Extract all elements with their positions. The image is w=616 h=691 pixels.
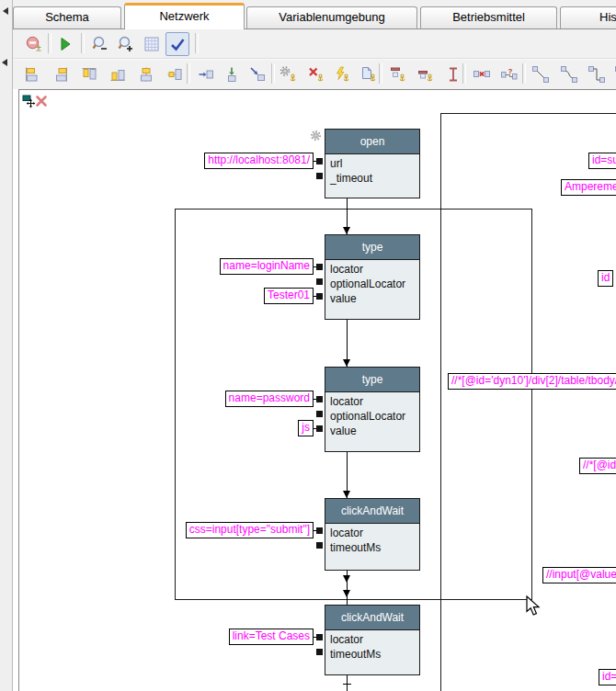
tab-schema[interactable]: Schema: [13, 6, 121, 28]
tab-variablenumgebung[interactable]: Variablenumgebung: [246, 6, 417, 28]
edge-elbow-button[interactable]: [585, 62, 609, 86]
gear-icon[interactable]: [310, 130, 322, 144]
delete-anchor-button[interactable]: [304, 62, 328, 86]
left-splitter-strip[interactable]: [0, 0, 13, 691]
arrowhead: [343, 359, 350, 367]
floating-value-label[interactable]: id=: [599, 669, 616, 685]
page-anchor-button[interactable]: [357, 62, 381, 86]
align-center-button[interactable]: [163, 62, 187, 86]
tab-netzwerk[interactable]: Netzwerk: [124, 3, 245, 29]
param-name: locator: [325, 262, 419, 277]
toolbar-separator: [379, 63, 382, 84]
value-label[interactable]: Tester01: [264, 288, 314, 304]
validate-icon: [168, 35, 187, 53]
input-port[interactable]: [316, 542, 323, 549]
floating-value-label[interactable]: Amperemet: [561, 179, 616, 196]
detach-node-icon: [248, 65, 267, 84]
edge-unknown-button[interactable]: ?: [497, 62, 521, 86]
vertical-span-icon: [444, 65, 462, 84]
zoom-out-button[interactable]: [88, 32, 112, 56]
floating-value-label[interactable]: //input[@value=': [542, 567, 616, 583]
input-port[interactable]: [316, 264, 323, 270]
edge-crossing-tick: [343, 684, 351, 685]
arrowhead: [343, 227, 350, 234]
align-bottom-button[interactable]: [106, 62, 130, 86]
validate-button[interactable]: [165, 32, 189, 56]
value-label[interactable]: link=Test Cases: [229, 629, 314, 645]
input-port[interactable]: [316, 396, 323, 402]
edge-orthogonal-button[interactable]: [611, 62, 616, 86]
mouse-cursor: [525, 595, 543, 619]
anchor-top-button[interactable]: [386, 62, 410, 86]
toolbar-separator: [271, 63, 275, 84]
node-body: locatortimeoutMs: [325, 524, 419, 555]
input-port[interactable]: [316, 527, 323, 534]
configure-anchor-button[interactable]: [277, 62, 301, 86]
align-middle-button[interactable]: [134, 62, 158, 86]
abort-button[interactable]: [22, 32, 46, 56]
collapse-left-icon[interactable]: [3, 7, 8, 15]
attach-node-button[interactable]: [194, 62, 218, 86]
node-title: clickAndWait: [325, 606, 419, 630]
delete-tool-icon[interactable]: [35, 95, 48, 110]
value-label[interactable]: js: [298, 420, 314, 436]
value-label[interactable]: name=password: [225, 391, 314, 407]
node-type-3[interactable]: typelocatoroptionalLocatorvalue: [325, 367, 420, 452]
node-clickandwait-5[interactable]: clickAndWaitlocatortimeoutMs: [325, 605, 420, 675]
grid-button[interactable]: [140, 32, 164, 56]
value-label[interactable]: http://localhost:8081/: [204, 153, 314, 169]
input-port[interactable]: [316, 158, 323, 164]
edge-straight-icon: [531, 65, 550, 84]
input-port[interactable]: [316, 425, 323, 432]
edge-delete-button[interactable]: [470, 62, 494, 86]
collapse-toolbar-icon[interactable]: [2, 59, 7, 66]
floating-value-label[interactable]: id=su: [588, 153, 616, 169]
run-button[interactable]: [53, 32, 77, 56]
insert-below-icon: [222, 65, 241, 84]
align-right-icon: [51, 65, 70, 84]
toolbar-separator: [522, 63, 526, 84]
align-left-button[interactable]: [20, 62, 44, 86]
toolbar-separator: [187, 63, 190, 84]
edge-elbow-icon: [587, 65, 606, 84]
node-open-1[interactable]: openurl_timeout: [325, 129, 420, 198]
anchor-bottom-button[interactable]: [414, 62, 438, 86]
toolbar-separator: [462, 63, 466, 84]
tab-historie[interactable]: Histor: [560, 6, 616, 28]
input-port[interactable]: [316, 278, 323, 285]
edge-bezier-button[interactable]: [557, 62, 581, 86]
value-label[interactable]: css=input[type="submit"]: [186, 522, 314, 538]
floating-value-label[interactable]: //*[@id='dyn10']/div[2]/table/tbody/tr[2: [448, 373, 616, 390]
align-right-button[interactable]: [49, 62, 73, 86]
node-clickandwait-4[interactable]: clickAndWaitlocatortimeoutMs: [325, 498, 420, 571]
param-name: value: [325, 424, 419, 438]
toolbar-edit: ?: [12, 59, 616, 89]
input-port[interactable]: [316, 649, 323, 655]
input-port[interactable]: [316, 173, 323, 179]
edge-bezier-icon: [560, 65, 578, 84]
align-top-button[interactable]: [77, 62, 101, 86]
input-port[interactable]: [316, 634, 323, 640]
tabbar-baseline: [12, 28, 616, 29]
value-label[interactable]: name=loginName: [220, 258, 314, 275]
edge-straight-button[interactable]: [529, 62, 553, 86]
detach-node-button[interactable]: [245, 62, 269, 86]
align-middle-icon: [137, 65, 155, 84]
input-port[interactable]: [316, 293, 323, 300]
zoom-in-button[interactable]: [114, 32, 138, 56]
pan-tool-icon[interactable]: [22, 95, 36, 111]
top-chrome: Schema Netzwerk Variablenumgebung Betrie…: [12, 0, 616, 89]
param-name: optionalLocator: [325, 409, 419, 424]
floating-value-label[interactable]: id: [598, 270, 613, 287]
node-title: type: [325, 235, 419, 260]
edge-delete-icon: [473, 65, 491, 84]
align-left-icon: [23, 65, 41, 84]
tab-betriebsmittel[interactable]: Betriebsmittel: [420, 6, 557, 28]
insert-below-button[interactable]: [220, 62, 244, 86]
node-type-2[interactable]: typelocatoroptionalLocatorvalue: [325, 234, 420, 320]
diagram-canvas[interactable]: openurl_timeouthttp://localhost:8081/typ…: [18, 89, 616, 691]
abort-icon: [25, 35, 43, 53]
event-anchor-button[interactable]: [330, 62, 354, 86]
input-port[interactable]: [316, 411, 323, 417]
floating-value-label[interactable]: //*[@id=: [579, 458, 616, 474]
